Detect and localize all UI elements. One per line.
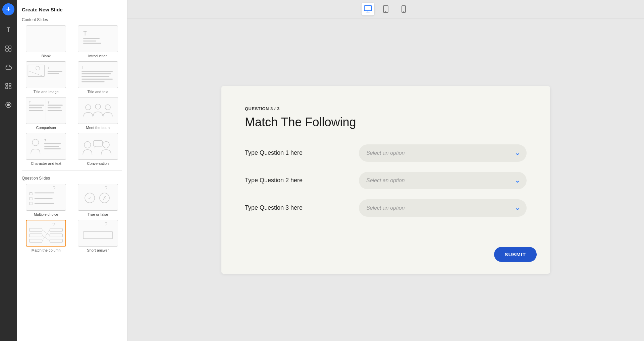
match-select-text-3: Select an option xyxy=(366,205,405,211)
slide-canvas: QUESTION 3 / 3 Match The Following Type … xyxy=(221,86,550,274)
submit-button[interactable]: SUBMIT xyxy=(494,247,537,262)
svg-rect-80 xyxy=(78,220,117,246)
match-select-text-1: Select an option xyxy=(366,150,405,156)
slide-item-true-false[interactable]: ? ✓ ✗ True or false xyxy=(74,184,122,216)
chevron-down-icon-2: ⌄ xyxy=(515,177,520,184)
svg-rect-60 xyxy=(35,198,53,199)
slide-label-meet-team: Meet the team xyxy=(86,126,110,130)
apps-icon[interactable] xyxy=(2,80,14,92)
svg-text:T: T xyxy=(82,65,84,69)
svg-rect-10 xyxy=(26,26,66,52)
svg-rect-33 xyxy=(29,105,44,106)
svg-rect-36 xyxy=(48,105,63,106)
add-button[interactable]: + xyxy=(2,3,14,15)
match-select-1[interactable]: Select an option ⌄ xyxy=(359,144,527,162)
svg-rect-15 xyxy=(83,43,101,44)
svg-rect-14 xyxy=(83,41,96,42)
question-slides-grid: ? Multiple choice ? ✓ xyxy=(22,184,122,252)
match-row-2: Type Question 2 here Select an option ⌄ xyxy=(245,172,527,189)
match-select-text-2: Select an option xyxy=(366,178,405,184)
match-question-2: Type Question 2 here xyxy=(245,177,345,184)
svg-rect-27 xyxy=(82,76,109,77)
slide-thumb-title-text: T xyxy=(78,61,118,88)
slide-item-conversation[interactable]: Conversation xyxy=(74,133,122,165)
slide-thumb-title-image: T xyxy=(26,61,66,88)
slide-item-title-text[interactable]: T Title and text xyxy=(74,61,122,94)
svg-rect-4 xyxy=(6,83,8,85)
svg-rect-16 xyxy=(26,62,66,88)
slide-label-comparison: Comparison xyxy=(36,126,56,130)
svg-rect-3 xyxy=(9,49,11,51)
slide-thumb-character-text: T xyxy=(26,133,66,160)
slide-label-introduction: Introduction xyxy=(88,54,107,58)
svg-rect-40 xyxy=(78,97,117,124)
svg-rect-49 xyxy=(44,148,61,149)
svg-text:?: ? xyxy=(104,221,107,227)
svg-text:?: ? xyxy=(104,186,107,191)
question-title: Match The Following xyxy=(245,115,527,129)
slide-label-title-image: Title and image xyxy=(34,90,59,94)
slide-item-title-image[interactable]: T Title and image xyxy=(22,61,70,94)
slide-thumb-short-answer: ? xyxy=(78,220,118,247)
svg-rect-48 xyxy=(44,146,59,147)
slide-thumb-true-false: ? ✓ ✗ xyxy=(78,184,118,211)
svg-rect-5 xyxy=(9,83,11,85)
svg-rect-2 xyxy=(6,49,8,51)
svg-text:T: T xyxy=(44,138,46,142)
mobile-device-btn[interactable] xyxy=(397,3,410,15)
svg-point-85 xyxy=(385,11,386,12)
slide-item-comparison[interactable]: T T Comparison xyxy=(22,97,70,130)
desktop-device-btn[interactable] xyxy=(362,3,374,15)
match-row-1: Type Question 1 here Select an option ⌄ xyxy=(245,144,527,162)
svg-rect-29 xyxy=(82,81,104,82)
slide-thumb-meet-team xyxy=(78,97,118,124)
svg-rect-21 xyxy=(48,71,62,72)
question-section-label: Question Slides xyxy=(22,176,122,181)
svg-text:?: ? xyxy=(52,221,55,227)
section-divider xyxy=(22,170,122,171)
chevron-down-icon-1: ⌄ xyxy=(515,149,520,157)
svg-rect-62 xyxy=(35,203,54,204)
content-section-label: Content Slides xyxy=(22,17,122,22)
left-toolbar: + T xyxy=(0,0,17,341)
slide-item-character-text[interactable]: T Character and text xyxy=(22,133,70,165)
slide-label-true-false: True or false xyxy=(88,212,108,216)
grid-icon[interactable] xyxy=(2,43,14,55)
slide-label-blank: Blank xyxy=(41,54,51,58)
match-question-1: Type Question 1 here xyxy=(245,149,345,156)
svg-rect-23 xyxy=(78,62,117,88)
slide-item-short-answer[interactable]: ? Short answer xyxy=(74,220,122,252)
tablet-device-btn[interactable] xyxy=(379,3,392,15)
slide-label-conversation: Conversation xyxy=(87,161,109,165)
svg-point-87 xyxy=(403,11,404,12)
slide-label-multiple-choice: Multiple choice xyxy=(34,212,58,216)
cloud-icon[interactable] xyxy=(2,61,14,73)
content-slides-grid: Blank T Introduction xyxy=(22,25,122,165)
slide-label-character-text: Character and text xyxy=(31,161,61,165)
slide-item-match-column[interactable]: ? Match the column xyxy=(22,220,70,252)
match-select-3[interactable]: Select an option ⌄ xyxy=(359,199,527,217)
match-select-2[interactable]: Select an option ⌄ xyxy=(359,172,527,189)
chevron-down-icon-3: ⌄ xyxy=(515,204,520,212)
svg-rect-7 xyxy=(9,87,11,89)
svg-text:T: T xyxy=(48,101,50,104)
record-icon[interactable] xyxy=(2,99,14,111)
slide-item-introduction[interactable]: T Introduction xyxy=(74,25,122,58)
slide-item-blank[interactable]: Blank xyxy=(22,25,70,58)
svg-rect-35 xyxy=(29,110,44,111)
svg-rect-6 xyxy=(6,87,8,89)
slide-item-multiple-choice[interactable]: ? Multiple choice xyxy=(22,184,70,216)
slide-item-meet-team[interactable]: Meet the team xyxy=(74,97,122,130)
slide-thumb-multiple-choice: ? xyxy=(26,184,66,211)
text-icon[interactable]: T xyxy=(2,24,14,36)
svg-point-9 xyxy=(7,104,10,106)
slide-thumb-comparison: T T xyxy=(26,97,66,124)
svg-text:✗: ✗ xyxy=(102,196,106,201)
slide-thumb-match-column: ? xyxy=(26,220,66,247)
svg-rect-25 xyxy=(82,71,113,72)
question-number: QUESTION 3 / 3 xyxy=(245,106,527,111)
svg-rect-13 xyxy=(83,38,100,39)
svg-rect-63 xyxy=(78,184,117,210)
svg-text:T: T xyxy=(83,30,87,37)
svg-rect-1 xyxy=(9,46,11,48)
